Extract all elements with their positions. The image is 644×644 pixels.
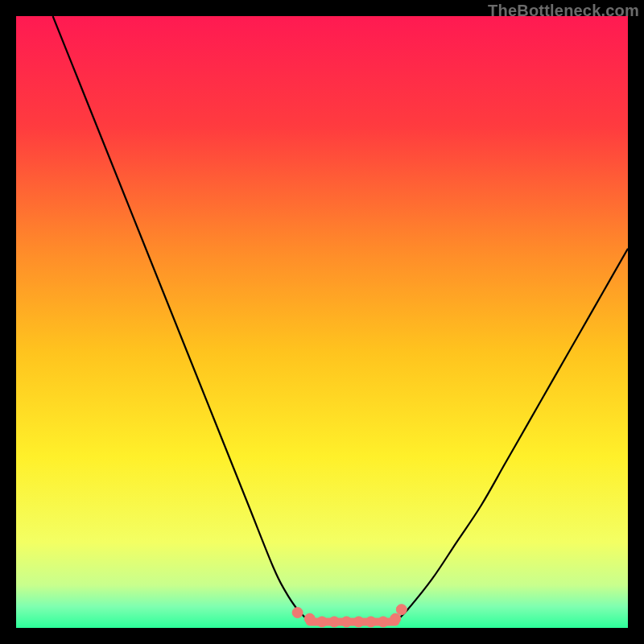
marker-dot: [365, 617, 376, 627]
chart-frame: TheBottleneck.com: [0, 0, 644, 644]
marker-dot: [396, 605, 407, 615]
marker-dot: [378, 617, 389, 627]
marker-dot: [353, 617, 364, 627]
chart-svg: [16, 16, 628, 628]
marker-dot: [317, 617, 328, 627]
gradient-background: [16, 16, 628, 628]
marker-dot: [304, 613, 315, 624]
plot-area: [16, 16, 628, 628]
marker-dot: [292, 608, 303, 618]
marker-dot: [390, 613, 401, 624]
marker-dot: [329, 617, 340, 627]
marker-dot: [341, 617, 352, 627]
